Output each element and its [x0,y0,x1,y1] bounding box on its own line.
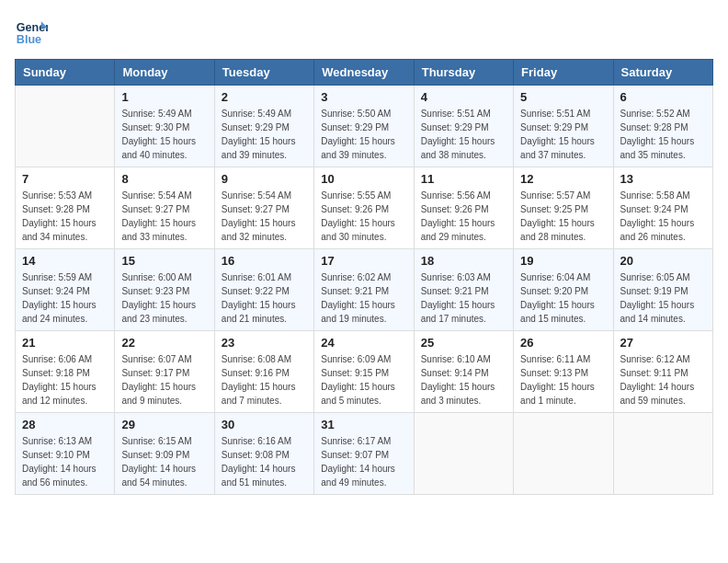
day-number: 21 [22,336,108,350]
day-number: 22 [121,336,207,350]
day-number: 30 [222,418,307,431]
day-cell [514,413,613,495]
day-number: 24 [321,336,406,350]
day-number: 18 [421,254,506,268]
day-cell: 20Sunrise: 6:05 AMSunset: 9:19 PMDayligh… [613,249,712,331]
day-cell: 15Sunrise: 6:00 AMSunset: 9:23 PMDayligh… [115,249,214,331]
weekday-header-monday: Monday [115,60,214,86]
day-cell: 6Sunrise: 5:52 AMSunset: 9:28 PMDaylight… [613,86,712,167]
day-cell: 14Sunrise: 5:59 AMSunset: 9:24 PMDayligh… [16,249,115,331]
day-number: 7 [22,172,108,186]
day-cell: 12Sunrise: 5:57 AMSunset: 9:25 PMDayligh… [514,167,613,249]
day-cell: 8Sunrise: 5:54 AMSunset: 9:27 PMDaylight… [115,167,214,249]
day-cell: 11Sunrise: 5:56 AMSunset: 9:26 PMDayligh… [414,167,513,249]
day-cell: 28Sunrise: 6:13 AMSunset: 9:10 PMDayligh… [16,413,115,495]
day-info: Sunrise: 6:05 AMSunset: 9:19 PMDaylight:… [620,270,706,326]
day-number: 9 [222,172,307,186]
day-info: Sunrise: 6:17 AMSunset: 9:07 PMDaylight:… [321,434,406,489]
weekday-header-tuesday: Tuesday [214,60,313,86]
day-number: 8 [121,172,207,186]
day-number: 29 [121,418,207,431]
day-number: 6 [620,90,706,104]
day-number: 16 [222,254,307,268]
day-info: Sunrise: 5:59 AMSunset: 9:24 PMDaylight:… [22,270,108,326]
day-cell: 23Sunrise: 6:08 AMSunset: 9:16 PMDayligh… [214,331,313,413]
day-cell: 16Sunrise: 6:01 AMSunset: 9:22 PMDayligh… [214,249,313,331]
day-cell: 1Sunrise: 5:49 AMSunset: 9:30 PMDaylight… [115,86,214,167]
day-cell: 30Sunrise: 6:16 AMSunset: 9:08 PMDayligh… [214,413,313,495]
day-number: 17 [321,254,406,268]
day-cell: 29Sunrise: 6:15 AMSunset: 9:09 PMDayligh… [115,413,214,495]
weekday-header-wednesday: Wednesday [314,60,414,86]
day-number: 3 [321,90,406,104]
day-info: Sunrise: 6:07 AMSunset: 9:17 PMDaylight:… [121,352,207,408]
day-cell: 7Sunrise: 5:53 AMSunset: 9:28 PMDaylight… [16,167,115,249]
day-number: 2 [222,90,307,104]
day-info: Sunrise: 5:58 AMSunset: 9:24 PMDaylight:… [620,189,706,244]
page-header: General Blue [15,15,713,48]
day-number: 19 [520,254,606,268]
day-cell: 13Sunrise: 5:58 AMSunset: 9:24 PMDayligh… [613,167,712,249]
day-info: Sunrise: 6:04 AMSunset: 9:20 PMDaylight:… [520,270,606,326]
day-info: Sunrise: 5:55 AMSunset: 9:26 PMDaylight:… [321,189,406,244]
day-info: Sunrise: 6:15 AMSunset: 9:09 PMDaylight:… [121,434,207,489]
logo-icon: General Blue [15,15,48,48]
day-number: 10 [321,172,406,186]
day-info: Sunrise: 6:02 AMSunset: 9:21 PMDaylight:… [321,270,406,326]
day-cell: 21Sunrise: 6:06 AMSunset: 9:18 PMDayligh… [16,331,115,413]
weekday-header-thursday: Thursday [414,60,513,86]
day-cell: 4Sunrise: 5:51 AMSunset: 9:29 PMDaylight… [414,86,513,167]
day-cell: 9Sunrise: 5:54 AMSunset: 9:27 PMDaylight… [214,167,313,249]
day-cell: 27Sunrise: 6:12 AMSunset: 9:11 PMDayligh… [613,331,712,413]
day-info: Sunrise: 5:51 AMSunset: 9:29 PMDaylight:… [421,107,506,162]
day-info: Sunrise: 6:10 AMSunset: 9:14 PMDaylight:… [421,352,506,408]
day-info: Sunrise: 6:13 AMSunset: 9:10 PMDaylight:… [22,434,108,489]
day-info: Sunrise: 6:11 AMSunset: 9:13 PMDaylight:… [520,352,606,408]
day-number: 20 [620,254,706,268]
week-row-1: 1Sunrise: 5:49 AMSunset: 9:30 PMDaylight… [16,86,713,167]
weekday-header-sunday: Sunday [16,60,115,86]
day-cell: 17Sunrise: 6:02 AMSunset: 9:21 PMDayligh… [314,249,414,331]
day-cell: 26Sunrise: 6:11 AMSunset: 9:13 PMDayligh… [514,331,613,413]
day-cell: 5Sunrise: 5:51 AMSunset: 9:29 PMDaylight… [514,86,613,167]
weekday-header-row: SundayMondayTuesdayWednesdayThursdayFrid… [16,60,713,86]
day-info: Sunrise: 5:53 AMSunset: 9:28 PMDaylight:… [22,189,108,244]
day-info: Sunrise: 6:16 AMSunset: 9:08 PMDaylight:… [222,434,307,489]
day-number: 12 [520,172,606,186]
day-info: Sunrise: 5:49 AMSunset: 9:29 PMDaylight:… [222,107,307,162]
day-cell [16,86,115,167]
day-cell [613,413,712,495]
day-number: 14 [22,254,108,268]
day-number: 27 [620,336,706,350]
day-info: Sunrise: 5:51 AMSunset: 9:29 PMDaylight:… [520,107,606,162]
day-info: Sunrise: 5:56 AMSunset: 9:26 PMDaylight:… [421,189,506,244]
day-info: Sunrise: 5:54 AMSunset: 9:27 PMDaylight:… [222,189,307,244]
day-cell: 25Sunrise: 6:10 AMSunset: 9:14 PMDayligh… [414,331,513,413]
week-row-3: 14Sunrise: 5:59 AMSunset: 9:24 PMDayligh… [16,249,713,331]
calendar-table: SundayMondayTuesdayWednesdayThursdayFrid… [15,59,713,495]
day-info: Sunrise: 6:01 AMSunset: 9:22 PMDaylight:… [222,270,307,326]
week-row-2: 7Sunrise: 5:53 AMSunset: 9:28 PMDaylight… [16,167,713,249]
day-number: 1 [121,90,207,104]
day-cell: 22Sunrise: 6:07 AMSunset: 9:17 PMDayligh… [115,331,214,413]
week-row-4: 21Sunrise: 6:06 AMSunset: 9:18 PMDayligh… [16,331,713,413]
day-cell: 31Sunrise: 6:17 AMSunset: 9:07 PMDayligh… [314,413,414,495]
svg-text:Blue: Blue [17,33,41,46]
day-number: 26 [520,336,606,350]
logo: General Blue [15,15,48,48]
day-number: 5 [520,90,606,104]
day-info: Sunrise: 6:12 AMSunset: 9:11 PMDaylight:… [620,352,706,408]
day-number: 23 [222,336,307,350]
day-number: 15 [121,254,207,268]
day-info: Sunrise: 6:08 AMSunset: 9:16 PMDaylight:… [222,352,307,408]
day-cell: 3Sunrise: 5:50 AMSunset: 9:29 PMDaylight… [314,86,414,167]
day-info: Sunrise: 6:00 AMSunset: 9:23 PMDaylight:… [121,270,207,326]
day-info: Sunrise: 5:50 AMSunset: 9:29 PMDaylight:… [321,107,406,162]
day-info: Sunrise: 5:52 AMSunset: 9:28 PMDaylight:… [620,107,706,162]
day-cell: 10Sunrise: 5:55 AMSunset: 9:26 PMDayligh… [314,167,414,249]
weekday-header-saturday: Saturday [613,60,712,86]
day-cell: 2Sunrise: 5:49 AMSunset: 9:29 PMDaylight… [214,86,313,167]
day-cell: 18Sunrise: 6:03 AMSunset: 9:21 PMDayligh… [414,249,513,331]
day-number: 13 [620,172,706,186]
weekday-header-friday: Friday [514,60,613,86]
